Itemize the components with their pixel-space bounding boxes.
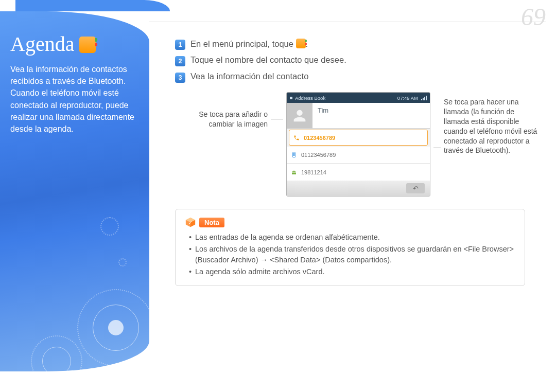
sidebar: Agenda Vea la información de contactos r… [0, 11, 149, 371]
phone-value: 01123456789 [301, 152, 336, 158]
note-item: Las entradas de la agenda se ordenan alf… [188, 232, 515, 243]
step-item: 1 En el menú principal, toque . [175, 39, 541, 50]
birthday-row: 19811214 [287, 164, 430, 181]
phone-screenshot: Address Book 07:49 AM Tim 0123456789 01 [286, 92, 430, 197]
page-number: 69 [521, 3, 546, 31]
sidebar-description: Vea la información de contactos recibido… [10, 63, 138, 135]
person-icon [291, 107, 308, 124]
decor-circle [42, 347, 71, 371]
step-item: 2 Toque el nombre del contacto que desee… [175, 55, 541, 66]
status-bar: Address Book 07:49 AM [287, 93, 430, 103]
battery-icon [421, 96, 427, 100]
cake-icon [291, 169, 297, 175]
back-arrow-icon: ↶ [413, 185, 419, 192]
note-item: Los archivos de la agenda transferidos d… [188, 244, 515, 265]
step-text: Vea la información del contacto [190, 72, 541, 81]
step-item: 3 Vea la información del contacto [175, 72, 541, 83]
step-badge: 3 [175, 73, 185, 83]
note-box: ✓ Nota Las entradas de la agenda se orde… [175, 209, 525, 286]
phone-value: 0123456789 [304, 135, 335, 141]
callout-right: Se toca para hacer una llamada (la funci… [444, 92, 539, 155]
contact-header: Tim [287, 103, 430, 129]
leader-line [271, 119, 283, 119]
note-list: Las entradas de la agenda se ordenan alf… [185, 232, 515, 277]
status-title: Address Book [295, 95, 325, 101]
agenda-icon [79, 37, 96, 53]
phone-row-highlight[interactable]: 0123456789 [289, 130, 428, 146]
decor-circle [100, 217, 119, 236]
svg-text:✓: ✓ [188, 220, 193, 225]
contact-name: Tim [312, 103, 430, 128]
phone-row[interactable]: 01123456789 [287, 147, 430, 164]
avatar[interactable] [287, 103, 312, 129]
step-text-pre: En el menú principal, toque [190, 39, 296, 48]
note-label: Nota [199, 218, 224, 227]
step-badge: 2 [175, 56, 185, 66]
callout-left: Se toca para añadir o cambiar la imagen [190, 92, 268, 129]
status-square-icon [290, 97, 292, 99]
note-cube-icon: ✓ [185, 217, 196, 228]
page-title: Agenda [10, 32, 138, 56]
phone-icon [293, 135, 300, 141]
decor-circle [108, 320, 124, 335]
step-text: En el menú principal, toque . [190, 39, 541, 49]
svg-rect-1 [293, 153, 295, 156]
mock-footer: ↶ [287, 181, 430, 196]
screenshot-wrap: Se toca para añadir o cambiar la imagen … [190, 92, 541, 197]
decor-circle [118, 258, 127, 266]
leader-line [433, 148, 441, 148]
main-content: 1 En el menú principal, toque . 2 Toque … [175, 39, 541, 286]
back-button[interactable]: ↶ [406, 183, 425, 193]
agenda-icon [296, 39, 306, 48]
mobile-icon [291, 152, 297, 158]
step-badge: 1 [175, 40, 185, 50]
step-text: Toque el nombre del contacto que desee. [190, 55, 541, 65]
status-time: 07:49 AM [397, 95, 418, 101]
horizontal-rule [149, 22, 546, 22]
note-item: La agenda sólo admite archivos vCard. [188, 266, 515, 277]
top-tab-decor [15, 0, 139, 11]
sidebar-title-text: Agenda [10, 32, 74, 56]
birthday-value: 19811214 [301, 169, 326, 175]
